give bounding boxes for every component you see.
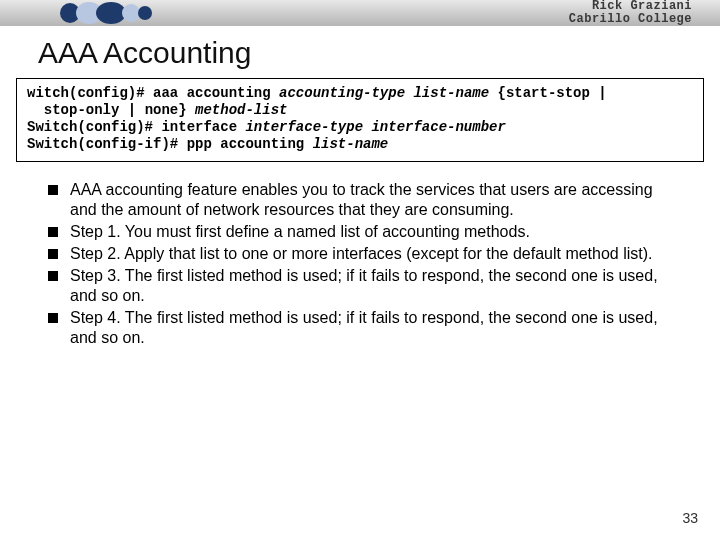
page-number: 33 [682,510,698,526]
author-college: Cabrillo College [569,13,692,26]
list-item: AAA accounting feature enables you to tr… [48,180,680,220]
list-item: Step 4. The first listed method is used;… [48,308,680,348]
code-text: Switch(config-if)# ppp accounting [27,136,313,152]
command-syntax-box: witch(config)# aaa accounting accounting… [16,78,704,162]
code-text: stop-only | none} [27,102,195,118]
code-arg: list-name [313,136,389,152]
list-item: Step 2. Apply that list to one or more i… [48,244,680,264]
list-item: Step 3. The first listed method is used;… [48,266,680,306]
list-item: Step 1. You must first define a named li… [48,222,680,242]
blob-icon [138,6,152,20]
bullet-list: AAA accounting feature enables you to tr… [48,180,680,348]
bullet-content: AAA accounting feature enables you to tr… [48,180,680,348]
header-band: Rick Graziani Cabrillo College [0,0,720,26]
code-arg: interface-type interface-number [245,119,505,135]
code-arg: accounting-type list-name [279,85,489,101]
code-text: {start-stop | [489,85,607,101]
page-title: AAA Accounting [38,36,720,70]
code-text: Switch(config)# interface [27,119,245,135]
code-arg: method-list [195,102,287,118]
code-text: witch(config)# aaa accounting [27,85,279,101]
header-author: Rick Graziani Cabrillo College [569,0,692,26]
header-graphic [60,0,152,26]
